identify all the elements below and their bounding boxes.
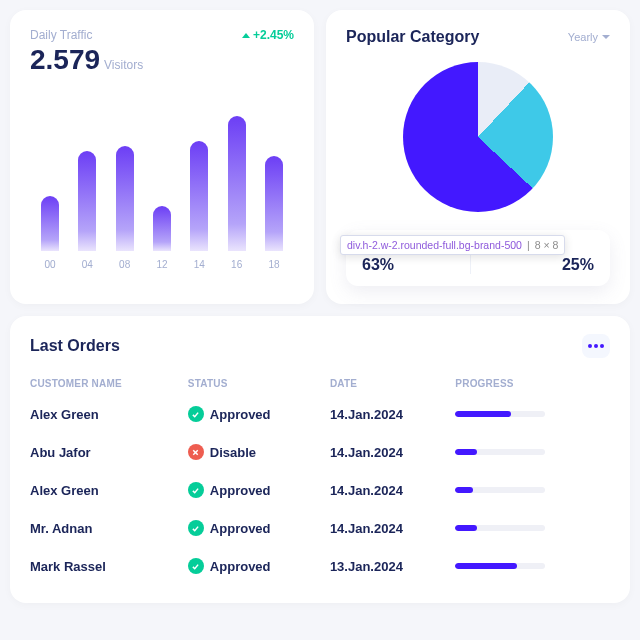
cell-name: Abu Jafor: [30, 433, 188, 471]
traffic-label: Daily Traffic: [30, 28, 143, 42]
orders-title: Last Orders: [30, 337, 120, 355]
bar: 08: [111, 146, 139, 270]
table-row: Alex GreenApproved14.Jan.2024: [30, 471, 610, 509]
bar: 18: [260, 156, 288, 270]
check-icon: [188, 406, 204, 422]
check-icon: [188, 520, 204, 536]
cell-date: 14.Jan.2024: [330, 395, 455, 433]
cell-date: 14.Jan.2024: [330, 509, 455, 547]
table-row: Abu JaforDisable14.Jan.2024: [30, 433, 610, 471]
devtools-tooltip: div.h-2.w-2.rounded-full.bg-brand-500|8 …: [340, 235, 565, 255]
check-icon: [188, 482, 204, 498]
cell-date: 14.Jan.2024: [330, 433, 455, 471]
orders-table: Customer NAME STATUS DATE PROGRESS Alex …: [30, 372, 610, 585]
chevron-down-icon: [602, 35, 610, 39]
cell-date: 13.Jan.2024: [330, 547, 455, 585]
cell-progress: [455, 395, 610, 433]
daily-traffic-card: Daily Traffic 2.579Visitors +2.45% 00040…: [10, 10, 314, 304]
last-orders-card: Last Orders Customer NAME STATUS DATE PR…: [10, 316, 630, 603]
more-icon: [588, 344, 604, 348]
cell-name: Alex Green: [30, 471, 188, 509]
cell-name: Mark Rassel: [30, 547, 188, 585]
cell-progress: [455, 471, 610, 509]
col-progress: PROGRESS: [455, 372, 610, 395]
table-row: Alex GreenApproved14.Jan.2024: [30, 395, 610, 433]
table-row: Mr. AdnanApproved14.Jan.2024: [30, 509, 610, 547]
orders-tbody: Alex GreenApproved14.Jan.2024Abu JaforDi…: [30, 395, 610, 585]
period-select[interactable]: Yearly: [568, 31, 610, 43]
bar: 14: [185, 141, 213, 270]
x-icon: [188, 444, 204, 460]
category-pie-chart: [403, 62, 553, 212]
cell-status: Approved: [188, 547, 330, 585]
bar: 12: [148, 206, 176, 270]
cell-progress: [455, 547, 610, 585]
cell-status: Disable: [188, 433, 330, 471]
traffic-delta: +2.45%: [242, 28, 294, 42]
traffic-value: 2.579Visitors: [30, 44, 143, 76]
col-date: DATE: [330, 372, 455, 395]
bar: 00: [36, 196, 64, 270]
bar: 04: [73, 151, 101, 270]
bar: 16: [223, 116, 251, 270]
check-icon: [188, 558, 204, 574]
cell-status: Approved: [188, 509, 330, 547]
popular-category-card: Popular Category Yearly div.h-2.w-2.roun…: [326, 10, 630, 304]
cell-progress: [455, 433, 610, 471]
cell-name: Alex Green: [30, 395, 188, 433]
col-status: STATUS: [188, 372, 330, 395]
table-row: Mark RasselApproved13.Jan.2024: [30, 547, 610, 585]
cell-progress: [455, 509, 610, 547]
traffic-bar-chart: 00040812141618: [30, 100, 294, 270]
cell-status: Approved: [188, 471, 330, 509]
cell-name: Mr. Adnan: [30, 509, 188, 547]
cell-date: 14.Jan.2024: [330, 471, 455, 509]
more-button[interactable]: [582, 334, 610, 358]
col-customer: Customer NAME: [30, 372, 188, 395]
caret-up-icon: [242, 33, 250, 38]
cell-status: Approved: [188, 395, 330, 433]
popcat-title: Popular Category: [346, 28, 479, 46]
